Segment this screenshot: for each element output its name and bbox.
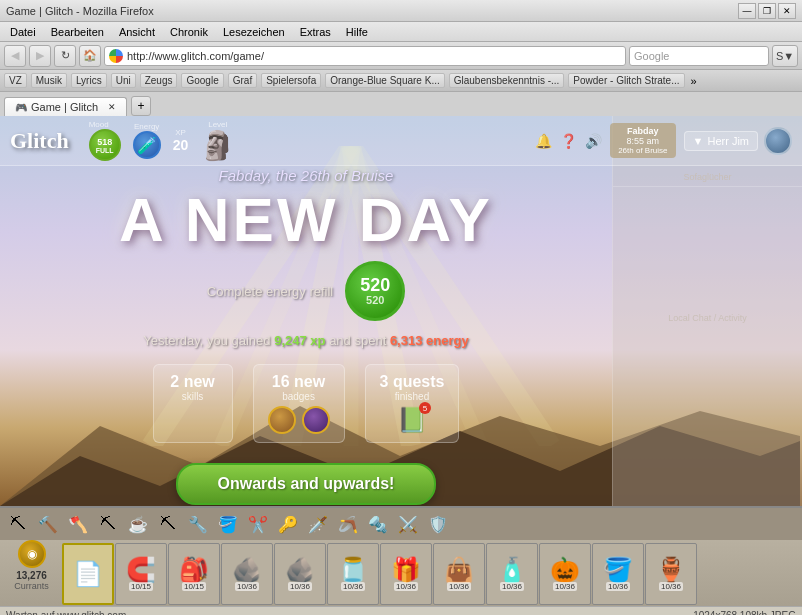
game-header: Glitch Mood 518 FULL Energy 🧪 XP 20 Leve… <box>0 116 802 166</box>
inv-slot-9[interactable]: 🧴 10/36 <box>486 543 538 605</box>
energy-refill-section: Complete energy refill 520 520 <box>207 261 405 321</box>
tool-bucket[interactable]: 🪣 <box>214 510 242 538</box>
tool-hammer[interactable]: 🔨 <box>34 510 62 538</box>
xp-connector: and spent <box>329 333 386 348</box>
back-button[interactable]: ◀ <box>4 45 26 67</box>
titlebar-buttons[interactable]: — ❐ ✕ <box>738 3 796 19</box>
close-button[interactable]: ✕ <box>778 3 796 19</box>
bookmark-spielersofa[interactable]: Spielersofa <box>261 73 321 88</box>
inv-slot-7[interactable]: 🎁 10/36 <box>380 543 432 605</box>
slot-count-7: 10/36 <box>394 582 418 591</box>
active-tab[interactable]: 🎮 Game | Glitch ✕ <box>4 97 127 116</box>
inv-slot-3[interactable]: 🎒 10/15 <box>168 543 220 605</box>
tab-close[interactable]: ✕ <box>108 102 116 112</box>
tool-wrench[interactable]: 🔧 <box>184 510 212 538</box>
slot-icon-7: 🎁 <box>391 558 421 582</box>
skills-achievement: 2 new skills <box>153 364 233 443</box>
tool-dagger[interactable]: 🗡️ <box>304 510 332 538</box>
tool-bolt[interactable]: 🔩 <box>364 510 392 538</box>
menu-extras[interactable]: Extras <box>294 26 337 38</box>
extension-btn-1[interactable]: S▼ <box>772 45 798 67</box>
url-text: http://www.glitch.com/game/ <box>127 50 264 62</box>
notification-icon[interactable]: 🔔 <box>535 133 552 149</box>
user-avatar[interactable] <box>764 127 792 155</box>
inv-slot-1[interactable]: 📄 <box>62 543 114 605</box>
tool-scissors[interactable]: ✂️ <box>244 510 272 538</box>
bookmark-graf[interactable]: Graf <box>228 73 257 88</box>
bookmark-musik[interactable]: Musik <box>31 73 67 88</box>
tool-shield[interactable]: 🛡️ <box>424 510 452 538</box>
tool-key[interactable]: 🔑 <box>274 510 302 538</box>
bookmark-google[interactable]: Google <box>181 73 223 88</box>
bookmark-zeugs[interactable]: Zeugs <box>140 73 178 88</box>
sound-icon[interactable]: 🔊 <box>585 133 602 149</box>
slot-count-9: 10/36 <box>500 582 524 591</box>
inv-slot-5[interactable]: 🪨 10/36 <box>274 543 326 605</box>
menu-hilfe[interactable]: Hilfe <box>340 26 374 38</box>
menu-chronik[interactable]: Chronik <box>164 26 214 38</box>
bookmarks-more[interactable]: » <box>691 75 697 87</box>
bookmark-lyrics[interactable]: Lyrics <box>71 73 107 88</box>
mood-indicator: 518 FULL <box>89 129 121 161</box>
xp-gained: 9,247 xp <box>274 333 325 348</box>
slot-count-12: 10/36 <box>659 582 683 591</box>
bookmark-powder[interactable]: Powder - Glitch Strate... <box>568 73 684 88</box>
user-dropdown[interactable]: ▼ Herr Jim <box>684 131 758 151</box>
menu-bearbeiten[interactable]: Bearbeiten <box>45 26 110 38</box>
energy-spent: 6,313 energy <box>390 333 469 348</box>
bookmark-glaubens[interactable]: Glaubensbekenntnis -... <box>449 73 565 88</box>
slot-icon-3: 🎒 <box>179 558 209 582</box>
energy-current: 520 <box>360 276 390 294</box>
maximize-button[interactable]: ❐ <box>758 3 776 19</box>
inv-slot-12[interactable]: 🏺 10/36 <box>645 543 697 605</box>
energy-indicator: 🧪 <box>133 131 161 159</box>
tool-sword[interactable]: ⚔️ <box>394 510 422 538</box>
inv-slot-8[interactable]: 👜 10/36 <box>433 543 485 605</box>
onwards-button[interactable]: Onwards and upwards! <box>176 463 437 505</box>
tool-pickaxe-2[interactable]: ⛏ <box>94 510 122 538</box>
forward-button[interactable]: ▶ <box>29 45 51 67</box>
header-icons: 🔔 ❓ 🔊 <box>535 133 602 149</box>
inventory-slots: 📄 🧲 10/15 🎒 10/15 🪨 10/36 🪨 10/36 🫙 10/3… <box>60 540 802 608</box>
mood-sub: FULL <box>96 147 114 154</box>
bookmark-orange[interactable]: Orange-Blue Square K... <box>325 73 445 88</box>
currents-label: Currants <box>4 581 59 591</box>
bookmark-vz[interactable]: VZ <box>4 73 27 88</box>
menu-lesezeichen[interactable]: Lesezeichen <box>217 26 291 38</box>
main-title: A NEW DAY <box>119 189 493 251</box>
bookmark-uni[interactable]: Uni <box>111 73 136 88</box>
slot-icon-8: 👜 <box>444 558 474 582</box>
chevron-icon: ▼ <box>693 135 704 147</box>
reload-button[interactable]: ↻ <box>54 45 76 67</box>
tool-mining[interactable]: ⛏ <box>154 510 182 538</box>
sofagluecher-label: Sofaglücher <box>613 166 802 184</box>
tool-row: ⛏ 🔨 🪓 ⛏ ☕ ⛏ 🔧 🪣 ✂️ 🔑 🗡️ 🪃 🔩 ⚔️ 🛡️ <box>0 508 802 540</box>
inv-slot-4[interactable]: 🪨 10/36 <box>221 543 273 605</box>
inv-slot-6[interactable]: 🫙 10/36 <box>327 543 379 605</box>
level-label: Level <box>208 120 227 129</box>
minimize-button[interactable]: — <box>738 3 756 19</box>
slot-count-6: 10/36 <box>341 582 365 591</box>
inv-slot-2[interactable]: 🧲 10/15 <box>115 543 167 605</box>
search-placeholder: Google <box>634 50 669 62</box>
quests-count: 3 quests <box>380 373 445 391</box>
menu-ansicht[interactable]: Ansicht <box>113 26 161 38</box>
address-bar[interactable]: http://www.glitch.com/game/ <box>104 46 626 66</box>
badges-label: badges <box>268 391 330 402</box>
menu-datei[interactable]: Datei <box>4 26 42 38</box>
tool-cup[interactable]: ☕ <box>124 510 152 538</box>
inv-slot-10[interactable]: 🎃 10/36 <box>539 543 591 605</box>
tool-boomerang[interactable]: 🪃 <box>334 510 362 538</box>
home-button[interactable]: 🏠 <box>79 45 101 67</box>
help-icon[interactable]: ❓ <box>560 133 577 149</box>
tool-pickaxe[interactable]: ⛏ <box>4 510 32 538</box>
username-display: Herr Jim <box>707 135 749 147</box>
slot-count-3: 10/15 <box>182 582 206 591</box>
new-tab-button[interactable]: + <box>131 96 151 116</box>
navigation-toolbar: ◀ ▶ ↻ 🏠 http://www.glitch.com/game/ Goog… <box>0 42 802 70</box>
tool-axe[interactable]: 🪓 <box>64 510 92 538</box>
search-bar[interactable]: Google <box>629 46 769 66</box>
inv-slot-11[interactable]: 🪣 10/36 <box>592 543 644 605</box>
time-display: 8:55 am <box>618 136 667 146</box>
xp-prefix: Yesterday, you gained <box>143 333 270 348</box>
